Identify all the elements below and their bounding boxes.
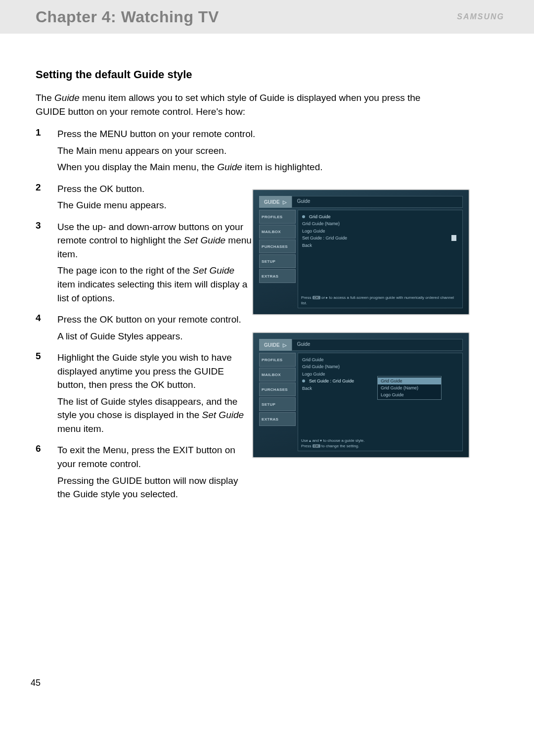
tv-tab-guide: GUIDE ▷: [259, 339, 292, 351]
popup-item-grid-guide: Grid Guide: [378, 378, 441, 384]
t: Set Guide : Grid Guide: [309, 378, 354, 384]
menu-item-grid-guide-name: Grid Guide (Name): [302, 220, 458, 227]
t: When you display the Main menu, the: [57, 162, 217, 172]
step1-p1: Press the MENU button on your remote con…: [57, 127, 463, 141]
step-number: 6: [36, 443, 57, 504]
tv-menu-panel: Grid Guide Grid Guide (Name) Logo Guide …: [298, 210, 463, 308]
step4-p2: A list of Guide Styles appears.: [57, 330, 253, 343]
sidebar-item-extras: EXTRAS: [259, 412, 296, 426]
section-title: Setting the default Guide style: [36, 68, 504, 81]
step-number: 5: [36, 351, 57, 438]
sidebar-item-purchases: PURCHASES: [259, 382, 296, 396]
chapter-title: Chapter 4: Watching TV: [36, 8, 219, 26]
step3-p2: The page icon to the right of the Set Gu…: [57, 264, 253, 305]
menu-item-grid-guide: Grid Guide: [302, 356, 458, 363]
step-body: Press the MENU button on your remote con…: [57, 127, 463, 177]
tv-header-title: Guide: [292, 196, 463, 208]
step-body: Highlight the Guide style you wish to ha…: [57, 351, 253, 438]
t: to change the setting.: [320, 444, 359, 448]
menu-item-grid-guide: Grid Guide: [302, 213, 458, 220]
intro-a: The: [36, 93, 54, 103]
popup-item-logo-guide: Logo Guide: [378, 391, 441, 398]
step5-p1: Highlight the Guide style you wish to ha…: [57, 351, 253, 392]
page-icon: [451, 235, 456, 241]
tv-hint: Press OK or ▸ to access a full-screen pr…: [301, 295, 459, 306]
t: Press: [301, 295, 312, 300]
step2-p2: The Guide menu appears.: [57, 198, 253, 212]
t: Grid Guide: [309, 213, 331, 220]
menu-item-set-guide: Set Guide : Grid Guide: [302, 235, 458, 241]
popup-item-grid-guide-name: Grid Guide (Name): [378, 384, 441, 391]
intro-b: menu item allows you to set which style …: [36, 93, 420, 117]
menu-item-logo-guide: Logo Guide: [302, 228, 458, 235]
step6-p2: Pressing the GUIDE button will now displ…: [57, 474, 253, 501]
t: item indicates selecting this item will …: [57, 279, 247, 303]
page-header: Chapter 4: Watching TV SAMSUNG: [0, 0, 534, 34]
step-number: 1: [36, 127, 57, 177]
step-body: Use the up- and down-arrow buttons on yo…: [57, 220, 253, 308]
step-number: 2: [36, 182, 57, 215]
ok-key: OK: [312, 444, 320, 448]
step1-p2: The Main menu appears on your screen.: [57, 144, 463, 158]
step4-p1: Press the OK button on your remote contr…: [57, 313, 253, 327]
tv-inner: GUIDE ▷ Guide PROFILES MAILBOX PURCHASES…: [259, 339, 463, 451]
tv-sidebar: PROFILES MAILBOX PURCHASES SETUP EXTRAS: [259, 353, 296, 451]
tv-screenshot-2: GUIDE ▷ Guide PROFILES MAILBOX PURCHASES…: [252, 332, 470, 458]
sidebar-item-purchases: PURCHASES: [259, 239, 296, 253]
sidebar-item-profiles: PROFILES: [259, 353, 296, 367]
sidebar-item-mailbox: MAILBOX: [259, 225, 296, 238]
ok-key: OK: [312, 296, 320, 299]
guide-style-popup: Grid Guide Grid Guide (Name) Logo Guide: [377, 376, 442, 400]
t: Press: [301, 444, 312, 448]
tv-hint: Use ▴ and ▾ to choose a guide style. Pre…: [301, 438, 459, 449]
step-body: Press the OK button on your remote contr…: [57, 313, 253, 346]
bullet-icon: [302, 379, 305, 382]
step3-p1: Use the up- and down-arrow buttons on yo…: [57, 220, 253, 261]
t: Guide: [217, 162, 242, 172]
t: item is highlighted.: [242, 162, 323, 172]
bullet-icon: [302, 215, 305, 218]
t: menu item.: [57, 424, 104, 434]
t: Set Guide: [184, 235, 226, 245]
t: Set Guide : Grid Guide: [302, 235, 347, 241]
sidebar-item-mailbox: MAILBOX: [259, 368, 296, 381]
step-number: 4: [36, 313, 57, 346]
tv-header-title: Guide: [292, 339, 463, 351]
page-number: 45: [31, 678, 41, 688]
tv-menu-panel: Grid Guide Grid Guide (Name) Logo Guide …: [298, 353, 463, 451]
chevron-right-icon: ▷: [283, 199, 287, 205]
brand-logo: SAMSUNG: [457, 12, 504, 21]
tv-tab-guide: GUIDE ▷: [259, 196, 292, 208]
t: or ▸ to access a full-screen program gui…: [301, 295, 454, 305]
step-number: 3: [36, 220, 57, 308]
intro-text: The Guide menu item allows you to set wh…: [36, 91, 441, 118]
tv-inner: GUIDE ▷ Guide PROFILES MAILBOX PURCHASES…: [259, 196, 463, 308]
tv-topbar: GUIDE ▷ Guide: [259, 196, 463, 208]
sidebar-item-setup: SETUP: [259, 397, 296, 411]
step-1: 1 Press the MENU button on your remote c…: [36, 127, 504, 177]
tv-topbar: GUIDE ▷ Guide: [259, 339, 463, 351]
sidebar-item-extras: EXTRAS: [259, 269, 296, 283]
menu-item-grid-guide-name: Grid Guide (Name): [302, 363, 458, 370]
t: The page icon to the right of the: [57, 265, 193, 276]
step6-p1: To exit the Menu, press the EXIT button …: [57, 443, 253, 471]
sidebar-item-setup: SETUP: [259, 254, 296, 268]
tv-main: PROFILES MAILBOX PURCHASES SETUP EXTRAS …: [259, 353, 463, 451]
t: Set Guide: [202, 410, 244, 420]
tv-tab-label: GUIDE: [264, 342, 280, 348]
tv-tab-label: GUIDE: [264, 199, 280, 205]
sidebar-item-profiles: PROFILES: [259, 210, 296, 224]
intro-guide: Guide: [54, 93, 80, 103]
step-body: Press the OK button. The Guide menu appe…: [57, 182, 253, 215]
tv-main: PROFILES MAILBOX PURCHASES SETUP EXTRAS …: [259, 210, 463, 308]
step1-p3: When you display the Main menu, the Guid…: [57, 160, 463, 174]
t: Set Guide: [193, 265, 235, 276]
figures-column: GUIDE ▷ Guide PROFILES MAILBOX PURCHASES…: [252, 189, 470, 475]
menu-item-back: Back: [302, 242, 458, 249]
tv-screenshot-1: GUIDE ▷ Guide PROFILES MAILBOX PURCHASES…: [252, 189, 470, 315]
chevron-right-icon: ▷: [283, 342, 287, 348]
t: Use ▴ and ▾ to choose a guide style.: [301, 438, 365, 443]
step-body: To exit the Menu, press the EXIT button …: [57, 443, 253, 504]
tv-sidebar: PROFILES MAILBOX PURCHASES SETUP EXTRAS: [259, 210, 296, 308]
step5-p2: The list of Guide styles disappears, and…: [57, 395, 253, 436]
